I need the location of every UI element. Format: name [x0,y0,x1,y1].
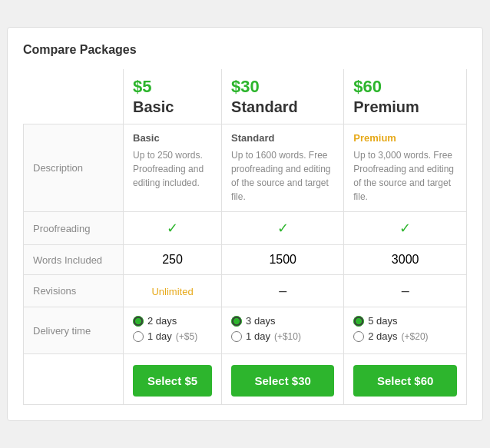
proofreading-label: Proofreading [24,212,124,245]
plan-header-standard: $30 Standard [222,69,344,124]
basic-delivery: 2 days 1 day (+$5) [124,307,222,354]
premium-delivery-radio-0[interactable] [353,316,364,327]
premium-description: Premium Up to 3,000 words. Free Proofrea… [344,124,467,212]
standard-delivery-extra-1: (+$10) [274,331,301,342]
standard-delivery-option-0: 3 days [231,315,334,327]
basic-desc-title: Basic [133,132,212,144]
standard-desc-title: Standard [231,132,334,144]
premium-name: Premium [353,98,457,116]
basic-proofreading: ✓ [124,212,222,245]
revisions-row: Revisions Unlimited – – [24,275,467,307]
standard-words: 1500 [222,245,344,275]
basic-delivery-radio-0[interactable] [133,316,144,327]
basic-name: Basic [133,98,212,116]
basic-delivery-label-0: 2 days [147,315,177,327]
basic-revisions: Unlimited [124,275,222,307]
standard-desc-body: Up to 1600 words. Free proofreading and … [231,148,334,204]
basic-words: 250 [124,245,222,275]
standard-revisions: – [222,275,344,307]
basic-delivery-option-1: 1 day (+$5) [133,330,212,342]
basic-description: Basic Up to 250 words. Proofreading and … [124,124,222,212]
description-row: Description Basic Up to 250 words. Proof… [24,124,467,212]
basic-delivery-radio-1[interactable] [133,331,144,342]
plan-header-basic: $5 Basic [124,69,222,124]
premium-delivery-radio-1[interactable] [353,331,364,342]
basic-delivery-label-1: 1 day [147,330,172,342]
standard-delivery: 3 days 1 day (+$10) [222,307,344,354]
premium-price: $60 [353,77,457,97]
standard-btn-cell: Select $30 [222,354,344,405]
basic-delivery-options: 2 days 1 day (+$5) [133,315,212,342]
select-standard-button[interactable]: Select $30 [231,365,334,397]
standard-delivery-label-1: 1 day [246,330,270,342]
words-row: Words Included 250 1500 3000 [24,245,467,275]
select-basic-button[interactable]: Select $5 [133,365,212,397]
premium-delivery: 5 days 2 days (+$20) [344,307,467,354]
standard-name: Standard [231,98,334,116]
standard-delivery-radio-1[interactable] [231,331,242,342]
basic-delivery-extra-1: (+$5) [176,331,197,342]
premium-delivery-options: 5 days 2 days (+$20) [353,315,457,342]
card-title: Compare Packages [23,43,467,57]
words-label: Words Included [24,245,124,275]
delivery-label: Delivery time [24,307,124,354]
basic-desc-body: Up to 250 words. Proofreading and editin… [133,148,212,190]
empty-btn-cell [24,354,124,405]
standard-delivery-radio-0[interactable] [231,316,242,327]
standard-description: Standard Up to 1600 words. Free proofrea… [222,124,344,212]
standard-delivery-options: 3 days 1 day (+$10) [231,315,334,342]
select-premium-button[interactable]: Select $60 [353,365,457,397]
revisions-label: Revisions [24,275,124,307]
empty-header-cell [24,69,124,124]
proofreading-row: Proofreading ✓ ✓ ✓ [24,212,467,245]
button-row: Select $5 Select $30 Select $60 [24,354,467,405]
premium-delivery-label-1: 2 days [368,330,397,342]
basic-revisions-value: Unlimited [151,286,193,297]
standard-proofreading: ✓ [222,212,344,245]
premium-desc-body: Up to 3,000 words. Free Proofreading and… [353,148,457,204]
packages-table: $5 Basic $30 Standard $60 Premium Descri… [23,69,467,405]
basic-delivery-option-0: 2 days [133,315,212,327]
premium-desc-title: Premium [353,132,457,144]
premium-btn-cell: Select $60 [344,354,467,405]
basic-price: $5 [133,77,212,97]
description-label: Description [24,124,124,212]
premium-words: 3000 [344,245,467,275]
premium-delivery-option-0: 5 days [353,315,457,327]
basic-btn-cell: Select $5 [124,354,222,405]
standard-price: $30 [231,77,334,97]
plan-header-premium: $60 Premium [344,69,467,124]
premium-delivery-extra-1: (+$20) [402,331,429,342]
premium-proofreading: ✓ [344,212,467,245]
standard-delivery-label-0: 3 days [246,315,275,327]
premium-revisions: – [344,275,467,307]
premium-delivery-label-0: 5 days [368,315,397,327]
delivery-row: Delivery time 2 days 1 day (+$5) [24,307,467,354]
premium-delivery-option-1: 2 days (+$20) [353,330,457,342]
standard-delivery-option-1: 1 day (+$10) [231,330,334,342]
compare-packages-card: Compare Packages $5 Basic $30 Standard $… [7,27,483,421]
